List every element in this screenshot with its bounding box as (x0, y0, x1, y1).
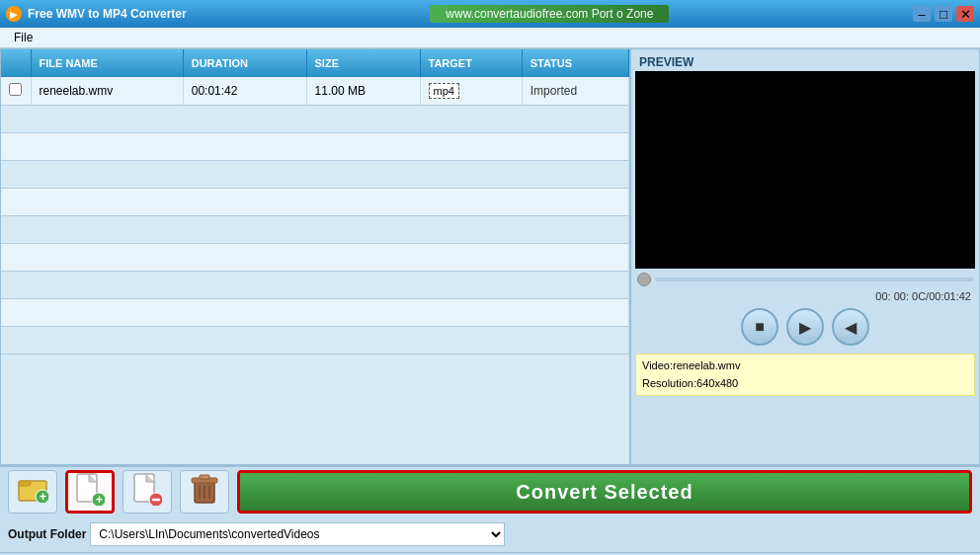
col-target: TARGET (420, 49, 522, 77)
row-checkbox[interactable] (9, 83, 22, 96)
row-target: mp4 (420, 77, 522, 105)
maximize-button[interactable]: □ (935, 6, 952, 22)
add-folder-icon: + (17, 475, 48, 509)
col-filename: FILE NAME (31, 49, 183, 77)
file-list-panel: FILE NAME DURATION SIZE TARGET STATUS re… (1, 49, 631, 464)
empty-row (1, 243, 629, 271)
app-title: Free WMV to MP4 Converter (28, 7, 187, 21)
empty-row (1, 298, 629, 326)
preview-resolution: Resolution:640x480 (642, 375, 968, 393)
title-bar: ▶ Free WMV to MP4 Converter www.converta… (0, 0, 980, 28)
empty-row (1, 105, 629, 132)
output-path-select[interactable]: C:\Users\LIn\Documents\convertedVideos (90, 522, 505, 546)
empty-row (1, 271, 629, 298)
table-row: reneelab.wmv 00:01:42 11.00 MB mp4 Impor… (1, 77, 629, 105)
toolbar: + + (0, 465, 980, 516)
col-checkbox (1, 49, 31, 77)
target-badge: mp4 (429, 83, 459, 99)
table-header-row: FILE NAME DURATION SIZE TARGET STATUS (1, 49, 629, 77)
stop-button[interactable]: ■ (741, 308, 778, 346)
seekbar[interactable] (635, 269, 975, 290)
preview-controls: ■ ▶ ◀ (635, 304, 975, 350)
col-duration: DURATION (183, 49, 306, 77)
minimize-button[interactable]: – (913, 6, 931, 22)
play-icon: ▶ (799, 318, 811, 337)
col-size: SIZE (306, 49, 420, 77)
rewind-icon: ◀ (845, 318, 857, 337)
preview-info: Video:reneelab.wmv Resolution:640x480 (635, 354, 975, 396)
empty-row (1, 215, 629, 243)
row-checkbox-cell[interactable] (1, 77, 31, 105)
delete-icon (191, 473, 218, 511)
preview-video (635, 71, 975, 269)
row-filename: reneelab.wmv (31, 77, 183, 105)
menu-bar: File (0, 28, 980, 48)
svg-rect-1 (19, 481, 31, 486)
url-badge: www.convertaudiofree.com Port o Zone (430, 5, 669, 23)
empty-row (1, 132, 629, 160)
add-file-icon: + (75, 472, 105, 512)
svg-text:+: + (96, 493, 103, 506)
output-folder-label: Output Folder (8, 527, 86, 541)
play-button[interactable]: ▶ (786, 308, 824, 346)
preview-video-name: Video:reneelab.wmv (642, 357, 968, 375)
window-controls: – □ ✕ (913, 6, 974, 22)
empty-row (1, 326, 629, 354)
close-button[interactable]: ✕ (956, 6, 974, 22)
add-folder-button[interactable]: + (8, 470, 57, 514)
file-table: FILE NAME DURATION SIZE TARGET STATUS re… (1, 49, 629, 355)
menu-file[interactable]: File (8, 29, 39, 46)
rewind-button[interactable]: ◀ (832, 308, 869, 346)
empty-row (1, 160, 629, 188)
app-icon: ▶ (6, 6, 22, 22)
preview-time: 00: 00: 0C/00:01:42 (635, 290, 975, 304)
empty-row (1, 188, 629, 215)
remove-file-button[interactable] (122, 470, 172, 514)
convert-selected-button[interactable]: Convert Selected (237, 470, 972, 514)
output-folder-row: Output Folder C:\Users\LIn\Documents\con… (0, 516, 980, 552)
seekbar-thumb[interactable] (637, 273, 651, 286)
seekbar-track[interactable] (655, 278, 973, 281)
col-status: STATUS (522, 49, 628, 77)
main-area: FILE NAME DURATION SIZE TARGET STATUS re… (0, 48, 980, 465)
preview-panel: PREVIEW 00: 00: 0C/00:01:42 ■ ▶ ◀ Video:… (631, 49, 979, 464)
svg-text:+: + (40, 490, 46, 503)
svg-rect-12 (200, 475, 209, 479)
preview-label: PREVIEW (635, 53, 975, 71)
file-list-wrapper: FILE NAME DURATION SIZE TARGET STATUS re… (1, 49, 629, 464)
row-size: 11.00 MB (306, 77, 420, 105)
add-file-button[interactable]: + (65, 470, 115, 514)
remove-file-icon (132, 472, 162, 512)
delete-button[interactable] (180, 470, 229, 514)
row-duration: 00:01:42 (183, 77, 306, 105)
stop-icon: ■ (755, 318, 765, 336)
title-bar-left: ▶ Free WMV to MP4 Converter (6, 6, 187, 22)
row-status: Imported (522, 77, 628, 105)
